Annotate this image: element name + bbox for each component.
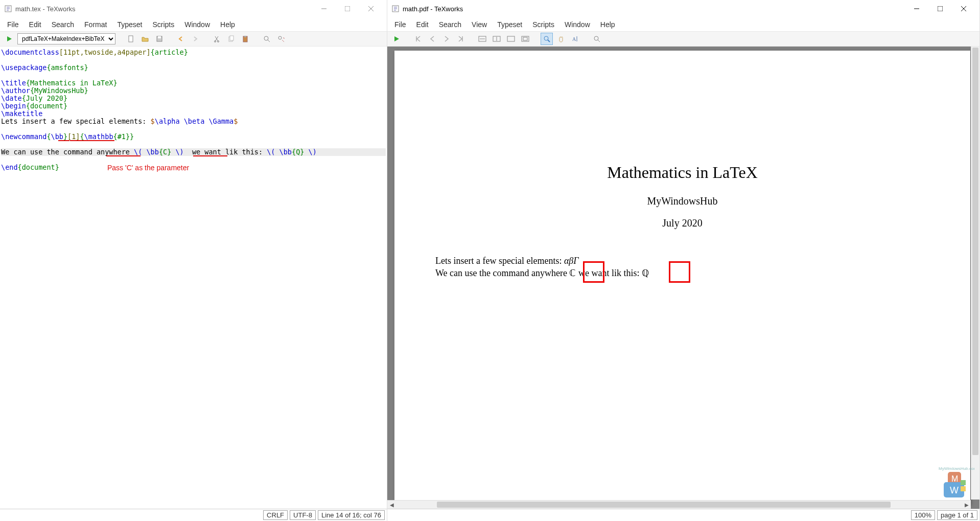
code-line[interactable]: \title{Mathematics in LaTeX} [1,79,386,87]
cut-button[interactable] [211,33,223,45]
menu-scripts[interactable]: Scripts [148,19,178,30]
minimize-button[interactable] [312,1,336,16]
status-zoom[interactable]: 100% [911,510,935,520]
scrollbar-thumb[interactable] [972,48,978,455]
pdf-mathbb-C: ℂ [569,268,576,278]
pdf-viewport[interactable]: Mathematics in LaTeX MyWindowsHub July 2… [387,47,979,509]
menu-typeset[interactable]: Typeset [493,19,526,30]
typeset-button[interactable] [390,33,403,45]
text-select-button[interactable]: A [569,33,581,45]
menu-edit[interactable]: Edit [25,19,45,30]
svg-rect-12 [230,36,234,40]
menu-typeset[interactable]: Typeset [113,19,146,30]
menu-file[interactable]: File [390,19,410,30]
close-button[interactable] [359,1,383,16]
prev-page-button[interactable] [426,33,438,45]
code-line[interactable] [1,72,386,79]
code-line[interactable] [1,125,386,133]
maximize-button[interactable] [928,1,952,16]
viewer-menubar: File Edit Search View Typeset Scripts Wi… [387,17,979,31]
undo-button[interactable] [175,33,187,45]
menu-search[interactable]: Search [435,19,465,30]
svg-marker-23 [394,36,399,41]
code-line[interactable]: \newcommand{\bb}[1]{\mathbb{#1}} [1,133,386,141]
code-line[interactable]: \usepackage{amsfonts} [1,64,386,72]
editor-statusbar: CRLF UTF-8 Line 14 of 16; col 76 [0,509,387,521]
menu-search[interactable]: Search [48,19,78,30]
menu-edit[interactable]: Edit [412,19,433,30]
find-button[interactable] [261,33,273,45]
status-encoding[interactable]: UTF-8 [290,510,316,520]
svg-point-33 [594,36,598,40]
menu-window[interactable]: Window [561,19,594,30]
scrollbar-thumb[interactable] [437,502,891,508]
pdf-mathbb-Q: ℚ [642,268,649,278]
copy-button[interactable] [225,33,237,45]
code-line[interactable]: Lets insert a few special elements: $\al… [1,118,386,125]
code-editor[interactable]: \documentclass[11pt,twoside,a4paper]{art… [0,47,387,509]
status-page[interactable]: page 1 of 1 [937,510,977,520]
menu-format[interactable]: Format [80,19,111,30]
open-file-button[interactable] [139,33,151,45]
status-position[interactable]: Line 14 of 16; col 76 [318,510,385,520]
menu-scripts[interactable]: Scripts [528,19,558,30]
scroll-tool-button[interactable] [555,33,567,45]
engine-select[interactable]: pdfLaTeX+MakeIndex+BibTeX [17,33,115,44]
code-line[interactable]: \author{MyWindowsHub} [1,87,386,95]
mywindowshub-watermark: MyWindowsHub.com M W [939,465,974,501]
code-line[interactable]: \documentclass[11pt,twoside,a4paper]{art… [1,49,386,56]
last-page-button[interactable] [455,33,467,45]
replace-button[interactable] [275,33,287,45]
code-line[interactable]: \begin{document} [1,102,386,110]
viewer-statusbar: 100% page 1 of 1 [387,509,979,521]
texworks-icon [4,5,12,13]
code-line[interactable]: \maketitle [1,110,386,118]
paste-button[interactable] [239,33,251,45]
menu-help[interactable]: Help [596,19,619,30]
code-line[interactable]: \end{document} [1,164,386,171]
scroll-right-arrow[interactable]: ▶ [962,501,971,509]
typeset-button[interactable] [3,33,15,45]
next-page-button[interactable] [440,33,453,45]
menu-view[interactable]: View [468,19,491,30]
pdf-doc-title: Mathematics in LaTeX [435,163,929,182]
fit-page-button[interactable] [491,33,503,45]
pdf-body-line1-math: αβΓ [564,256,579,266]
svg-line-16 [268,40,270,42]
svg-point-15 [264,36,268,40]
redo-button[interactable] [189,33,201,45]
menu-help[interactable]: Help [216,19,239,30]
first-page-button[interactable] [412,33,424,45]
vertical-scrollbar[interactable] [971,47,979,500]
pdf-body-line1-text: Lets insert a few special elements: [435,256,564,266]
svg-point-17 [278,36,282,39]
search-pdf-button[interactable] [591,33,603,45]
viewer-toolbar: A [387,31,979,47]
pdf-date: July 2020 [435,217,929,229]
viewer-titlebar: math.pdf - TeXworks [387,0,979,17]
actual-size-button[interactable] [505,33,517,45]
magnify-tool-button[interactable] [541,33,553,45]
horizontal-scrollbar[interactable]: ◀ ▶ [387,500,971,509]
code-line[interactable] [1,156,386,164]
menu-window[interactable]: Window [180,19,214,30]
code-line[interactable]: \date{July 2020} [1,95,386,102]
code-line[interactable]: We can use the command anywhere \( \bb{C… [1,148,386,156]
save-file-button[interactable] [153,33,166,45]
new-file-button[interactable] [125,33,137,45]
fit-width-button[interactable] [476,33,488,45]
fit-content-button[interactable] [519,33,531,45]
status-eol[interactable]: CRLF [263,510,288,520]
window-controls [312,1,383,16]
maximize-button[interactable] [336,1,359,16]
editor-window-title: math.tex - TeXworks [15,5,312,13]
close-button[interactable] [952,1,975,16]
code-line[interactable] [1,141,386,148]
code-line[interactable] [1,56,386,64]
scroll-left-arrow[interactable]: ◀ [387,501,396,509]
annotation-text: Pass 'C' as the parameter [107,164,189,172]
svg-rect-14 [244,36,246,37]
minimize-button[interactable] [905,1,928,16]
menu-file[interactable]: File [3,19,23,30]
viewer-window: math.pdf - TeXworks File Edit Search Vie… [387,0,980,521]
